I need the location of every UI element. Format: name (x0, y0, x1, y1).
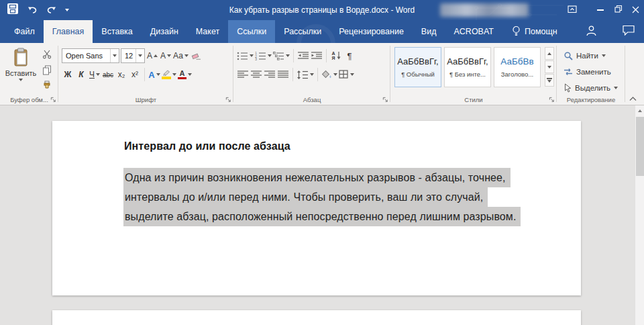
style-scroll-down-button[interactable] (545, 60, 554, 73)
vertical-scrollbar[interactable] (635, 105, 644, 325)
decrease-indent-icon (298, 52, 309, 60)
style-scroll-up-button[interactable] (545, 47, 554, 60)
caret-down-icon (547, 80, 551, 83)
style-gallery-more-button[interactable] (545, 74, 554, 87)
close-button[interactable] (627, 0, 644, 20)
tab-acrobat[interactable]: ACROBAT (445, 20, 502, 43)
tell-me-assistant[interactable]: Помощн (512, 20, 557, 43)
tab-view[interactable]: Вид (413, 20, 445, 43)
copy-button[interactable] (39, 63, 55, 77)
selected-paragraph[interactable]: Одна из причин возникновения нежелательн… (123, 168, 521, 226)
scroll-up-button[interactable] (635, 105, 644, 116)
strikethrough-button[interactable]: abc (102, 67, 114, 82)
circuit-decoration (463, 0, 564, 20)
tab-home[interactable]: Главная (44, 20, 93, 43)
align-center-button[interactable] (250, 67, 262, 82)
paragraph-group-label: Абзац (233, 96, 390, 103)
font-dialog-launcher[interactable] (224, 95, 232, 103)
font-size-combobox[interactable]: 12 (121, 48, 145, 63)
align-left-button[interactable] (237, 67, 249, 82)
chevron-down-icon (184, 54, 189, 57)
change-case-button[interactable]: Аа (173, 48, 189, 63)
borders-icon (339, 70, 349, 79)
shading-button[interactable] (321, 67, 337, 82)
tab-design[interactable]: Дизайн (142, 20, 187, 43)
font-row-top: Open Sans 12 А А Аа (58, 46, 233, 65)
tab-mailings[interactable]: Рассылки (275, 20, 330, 43)
numbered-list-icon: 123 (255, 52, 266, 60)
select-button[interactable]: Выделить (561, 80, 621, 95)
clear-formatting-button[interactable] (190, 48, 202, 63)
divider (293, 49, 294, 62)
paste-button[interactable]: Вставить (5, 46, 37, 96)
shrink-font-button[interactable]: А (160, 48, 172, 63)
styles-dialog-launcher[interactable] (547, 95, 555, 103)
chevron-down-icon (138, 54, 142, 57)
style-heading1[interactable]: АаБбВв Заголово... (494, 47, 541, 87)
editing-buttons: Найти Заменить Выделить (561, 48, 621, 95)
multilevel-list-button[interactable] (273, 48, 290, 63)
paragraph-dialog-launcher[interactable] (381, 95, 389, 103)
document-page-1[interactable]: Интервал до или после абзаца Одна из при… (52, 121, 581, 295)
align-right-button[interactable] (264, 67, 276, 82)
replace-button[interactable]: Заменить (561, 64, 621, 79)
grow-font-button[interactable]: А (146, 48, 158, 63)
italic-button[interactable]: К (75, 67, 87, 82)
underline-button[interactable]: Ч (89, 67, 101, 82)
font-name-dropdown[interactable] (110, 49, 119, 62)
bullets-button[interactable] (237, 48, 254, 63)
show-paragraph-marks-button[interactable]: ¶ (343, 48, 356, 63)
tab-references[interactable]: Ссылки (228, 20, 275, 43)
tab-file[interactable]: Файл (5, 20, 44, 43)
tab-layout[interactable]: Макет (187, 20, 228, 43)
justify-button[interactable] (277, 67, 289, 82)
superscript-button[interactable]: x² (129, 67, 141, 82)
font-group-label: Шрифт (58, 96, 233, 103)
selected-line-2[interactable]: интервалы до и/или перед ними. Чтобы про… (123, 187, 488, 207)
increase-indent-button[interactable] (311, 48, 323, 63)
sort-arrow-icon (337, 52, 341, 60)
cut-button[interactable] (39, 48, 55, 61)
numbering-button[interactable]: 123 (255, 48, 272, 63)
selected-line-3[interactable]: выделите абзац, расположенный непосредст… (123, 207, 521, 226)
account-button[interactable] (586, 25, 597, 39)
tab-insert[interactable]: Вставка (93, 20, 141, 43)
document-page-2[interactable] (52, 310, 581, 325)
font-group: Open Sans 12 А А Аа Ж К Ч abc x₂ x² (58, 43, 233, 105)
editing-group-label: Редактирование (557, 96, 625, 103)
tab-review[interactable]: Рецензирование (330, 20, 413, 43)
find-button[interactable]: Найти (561, 48, 621, 63)
subscript-button[interactable]: x₂ (115, 67, 127, 82)
paragraph-row-bottom (233, 65, 390, 84)
style-no-spacing[interactable]: АаБбВвГг, ¶ Без инте... (444, 47, 491, 87)
clipboard-dialog-launcher[interactable] (49, 95, 57, 103)
borders-button[interactable] (339, 67, 354, 82)
clipboard-small-buttons (39, 48, 55, 92)
restore-button[interactable] (609, 0, 627, 20)
font-color-button[interactable]: А (178, 67, 192, 82)
minimize-button[interactable] (592, 0, 609, 20)
selected-line-1[interactable]: Одна из причин возникновения нежелательн… (123, 168, 511, 187)
scrollbar-thumb[interactable] (636, 117, 644, 176)
style-normal[interactable]: АаБбВвГг, ¶ Обычный (394, 47, 441, 87)
caret-up-icon (547, 52, 551, 55)
comments-button[interactable] (623, 25, 635, 38)
collapse-ribbon-button[interactable] (627, 94, 639, 103)
font-size-dropdown[interactable] (136, 49, 144, 62)
titlebar: Как убрать разрыв страницы в Ворде.docx … (0, 0, 644, 20)
doc-heading[interactable]: Интервал до или после абзаца (124, 140, 290, 152)
bold-button[interactable]: Ж (62, 67, 74, 82)
text-effects-button[interactable]: А (148, 67, 160, 82)
chevron-down-icon (113, 54, 117, 57)
chevron-down-icon (614, 87, 618, 89)
line-spacing-button[interactable] (297, 67, 314, 82)
ribbon-display-options-button[interactable] (564, 0, 581, 20)
font-size-value: 12 (121, 52, 136, 60)
font-name-combobox[interactable]: Open Sans (62, 48, 119, 63)
caret-down-icon (167, 54, 171, 57)
text-highlight-button[interactable] (162, 67, 176, 82)
decrease-indent-button[interactable] (297, 48, 309, 63)
format-painter-button[interactable] (39, 79, 55, 92)
document-area[interactable]: Интервал до или после абзаца Одна из при… (0, 105, 644, 325)
sort-button[interactable]: АЯ (330, 48, 342, 63)
